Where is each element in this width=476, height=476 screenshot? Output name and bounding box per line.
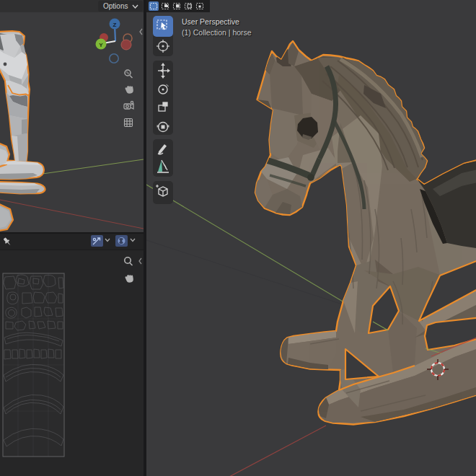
svg-text:Options: Options [103,2,128,10]
svg-text:Y: Y [99,42,103,48]
svg-text:Z: Z [113,22,117,28]
